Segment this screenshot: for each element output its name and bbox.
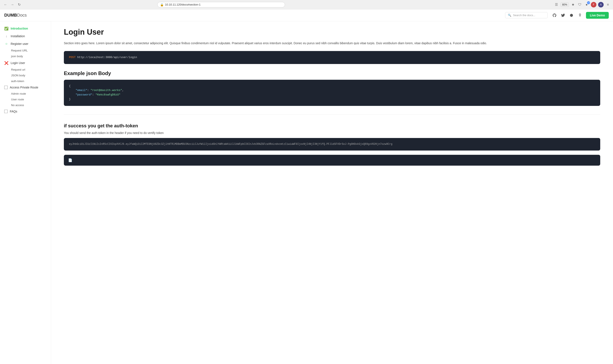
bottom-code-block: 📄 [64, 155, 600, 166]
security-icon: 🔒 [160, 3, 164, 6]
sidebar-subitem-user-route[interactable]: User route [0, 97, 51, 102]
browser-nav-buttons: ← → ↻ [2, 2, 22, 8]
request-code: POST http://localhost:3000/api/user/logi… [69, 55, 595, 60]
search-icon: 🔍 [508, 13, 511, 17]
shield-icon[interactable]: 🛡 [577, 2, 582, 7]
sidebar-item-faqs-label: FAQs [10, 110, 17, 113]
sidebar-item-login-label: Login User [11, 61, 25, 65]
sidebar-subitem-auth-token[interactable]: auth-token [0, 78, 51, 84]
example-json-heading: Example json Body [64, 70, 600, 76]
sidebar-item-access-label: Access Private Route [10, 86, 38, 89]
search-bar[interactable]: 🔍 Search the docs... [505, 12, 548, 18]
sidebar-subitem-auth-token-label: auth-token [11, 79, 24, 83]
main-content: Login User Section intro goes here. Lore… [51, 21, 613, 364]
sidebar-subitem-no-access[interactable]: No access [0, 102, 51, 108]
sidebar-subitem-no-access-label: No access [11, 104, 24, 107]
notification-badge[interactable]: ● 10 [584, 2, 589, 7]
installation-arrow-icon: ↓ [4, 34, 9, 38]
search-placeholder: Search the docs... [513, 13, 535, 17]
faqs-square-icon [4, 110, 8, 113]
menu-icon[interactable]: ≡ [605, 2, 611, 7]
sidebar-subitem-admin-route[interactable]: Admin route [0, 91, 51, 97]
live-demo-button[interactable]: Live Demo [586, 12, 609, 19]
introduction-check-icon: ✅ [4, 26, 9, 31]
login-circle-x-icon: ❌ [4, 61, 9, 65]
bookmark-icon[interactable]: ★ [571, 2, 575, 7]
sidebar-subitem-request-url-login[interactable]: Request url [0, 67, 51, 73]
nav-icons: ⬢ 🎙 [552, 13, 583, 18]
sidebar-subitem-request-url[interactable]: Request URL [0, 48, 51, 53]
address-bar[interactable]: 🔒 10.10.11.120/docs#section-1 [157, 2, 285, 7]
sidebar-subitem-json-body-login-label: JSON body [11, 74, 25, 77]
content-area: ✅ Introduction ↓ Installation ○ Register… [0, 21, 613, 364]
sidebar-subitem-json-body[interactable]: json body [0, 53, 51, 59]
sidebar-item-login-user[interactable]: ❌ Login User [0, 59, 51, 67]
address-url: 10.10.11.120/docs#section-1 [165, 3, 282, 6]
sidebar-subitem-request-url-login-label: Request url [11, 68, 25, 71]
sidebar-item-register-user[interactable]: ○ Register user [0, 40, 51, 48]
back-button[interactable]: ← [2, 2, 9, 8]
intro-text: Section intro goes here. Lorem ipsum dol… [64, 41, 600, 46]
request-code-block: POST http://localhost:3000/api/user/logi… [64, 51, 600, 64]
sidebar-item-introduction-label: Introduction [11, 27, 28, 30]
zoom-badge[interactable]: 80% [561, 2, 569, 7]
forward-button[interactable]: → [9, 2, 15, 8]
sidebar-item-register-label: Register user [11, 42, 28, 46]
sidebar-item-introduction[interactable]: ✅ Introduction [0, 25, 51, 32]
sidebar-subitem-user-route-label: User route [11, 98, 24, 101]
sidebar-item-faqs[interactable]: FAQs [0, 108, 51, 115]
sidebar: ✅ Introduction ↓ Installation ○ Register… [0, 21, 51, 364]
slack-icon[interactable]: ⬢ [569, 13, 574, 18]
sidebar-item-installation-label: Installation [11, 34, 25, 38]
browser-actions: ☰ 80% ★ 🛡 ● 10 F A ≡ [554, 2, 611, 7]
podcast-icon[interactable]: 🎙 [577, 13, 583, 18]
access-square-icon [4, 86, 8, 89]
twitter-icon[interactable] [560, 13, 566, 18]
sidebar-subitem-json-body-label: json body [11, 55, 23, 58]
token-value: eyJhbGciOiJIUzI1NiIsInR5cCI6IkpXVCJ9.eyJ… [69, 142, 595, 146]
browser-chrome: ← → ↻ 🔒 10.10.11.120/docs#section-1 ☰ 80… [0, 0, 613, 9]
logo-bold: DUMB [4, 13, 17, 17]
sidebar-item-access-private-route[interactable]: Access Private Route [0, 84, 51, 91]
token-block: eyJhbGciOiJIUzI1NiIsInR5cCI6IkpXVCJ9.eyJ… [64, 138, 600, 151]
page-title: Login User [64, 28, 600, 37]
profile-avatar-1[interactable]: F [591, 2, 596, 7]
register-circle-icon: ○ [4, 42, 9, 46]
logo-normal: Docs [17, 13, 27, 17]
sidebar-item-installation[interactable]: ↓ Installation [0, 32, 51, 40]
top-nav: DUMBDocs 🔍 Search the docs... ⬢ 🎙 Live D… [0, 9, 613, 21]
success-text: You should send the auth-token in the he… [64, 131, 600, 135]
sidebar-subitem-json-body-login[interactable]: JSON body [0, 73, 51, 78]
success-heading: if success you get the auth-token [64, 123, 600, 129]
json-body-block: { "email": "root@dasith.works", "passwor… [64, 80, 600, 106]
app-layout: DUMBDocs 🔍 Search the docs... ⬢ 🎙 Live D… [0, 9, 613, 364]
code-block-icon: 📄 [68, 158, 72, 162]
logo: DUMBDocs [4, 13, 27, 18]
sidebar-subitem-request-url-label: Request URL [11, 49, 28, 52]
reload-button[interactable]: ↻ [16, 2, 22, 8]
section-divider [64, 114, 600, 115]
profile-avatar-2[interactable]: A [598, 2, 604, 7]
json-body-code: { "email": "root@dasith.works", "passwor… [69, 84, 595, 102]
sidebar-subitem-admin-route-label: Admin route [11, 92, 26, 95]
github-icon[interactable] [552, 13, 557, 18]
reader-icon[interactable]: ☰ [554, 2, 559, 7]
